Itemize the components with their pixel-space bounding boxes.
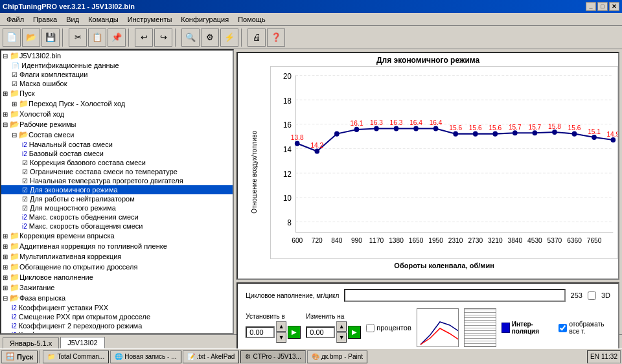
tree-item-rxh-coef[interactable]: i2 Коэффициент уставки РХХ — [1, 303, 233, 312]
taskbar: 🪟 Пуск 📁 Total Comman... 🌐 Новая запись … — [0, 348, 622, 364]
change-apply-btn[interactable]: ▶ — [348, 326, 361, 339]
svg-text:15.6: 15.6 — [469, 124, 482, 131]
toolbar-open[interactable]: 📂 — [22, 28, 40, 47]
file12-icon: i2 — [12, 332, 17, 335]
svg-text:720: 720 — [312, 237, 323, 244]
svg-text:16.3: 16.3 — [370, 119, 383, 126]
tree-item-ignition[interactable]: ⊞ 📁 Зажигание — [1, 282, 233, 293]
tree-item-label: Для мощностного режима — [30, 204, 116, 212]
tree-item-rxh-shift[interactable]: i2 Смещение РХХ при открытом дросселе — [1, 312, 233, 321]
tab-jan[interactable]: Январь-5.1.х — [3, 337, 59, 348]
taskbar-ctpro[interactable]: ⚙ CTPro - J5V13... — [240, 350, 305, 363]
notepad-icon: 📝 — [187, 353, 195, 360]
set-down-btn[interactable]: ▼ — [276, 332, 286, 343]
menu-help[interactable]: Помощь — [234, 14, 270, 25]
toolbar-search[interactable]: 🔍 — [181, 28, 200, 47]
folder-icon: 📁 — [19, 99, 29, 108]
toolbar-copy[interactable]: 📋 — [88, 28, 106, 47]
stripe-pattern — [464, 308, 496, 347]
toolbar-save[interactable]: 💾 — [41, 28, 60, 47]
tree-item-add-corr[interactable]: ⊞ 📁 Аддитивная коррекция по топливной пл… — [1, 241, 233, 251]
minimize-button[interactable]: _ — [586, 2, 596, 11]
taskbar-paint[interactable]: 🎨 дк.bmp - Paint — [307, 350, 367, 363]
main-container: ⊟ 📁 J5V13I02.bin 📄 Идентификационные дан… — [0, 49, 622, 334]
tree-item-eco[interactable]: ☑ Для экономичного режима — [1, 185, 233, 194]
taskbar-new-record[interactable]: 🌐 Новая запись - ... — [110, 350, 181, 363]
tree-item-cyclic[interactable]: ⊞ 📁 Цикловое наполнение — [1, 272, 233, 282]
cycle-input[interactable] — [344, 289, 565, 302]
set-input-row: ▲ ▼ ▶ — [246, 321, 301, 343]
taskbar-akelpad[interactable]: 📝 .txt - AkelPad — [183, 350, 240, 363]
maximize-button[interactable]: □ — [597, 2, 608, 11]
window-title: ChipTuningPRO ver.3.21 - J5V13I02.bin — [3, 3, 135, 10]
menu-tools[interactable]: Инструменты — [124, 14, 176, 25]
tree-item-inj-corr[interactable]: ⊞ 📁 Коррекция времени впрыска — [1, 231, 233, 241]
tree-item-label: Холостой ход — [19, 110, 64, 118]
tree-item-throttle[interactable]: ⊞ 📁 Обогащение по открытию дросселя — [1, 262, 233, 272]
toolbar-print[interactable]: 🖨 — [248, 28, 266, 47]
file12-icon: i2 — [22, 150, 27, 157]
tree-item-lean-speed[interactable]: i2 Макс. скорость обеднения смеси — [1, 212, 233, 222]
tree-item-base-mix[interactable]: i2 Базовый состав смеси — [1, 149, 233, 158]
set-value-input[interactable] — [246, 326, 275, 338]
set-apply-btn[interactable]: ▶ — [288, 326, 301, 339]
toolbar-settings[interactable]: ⚙ — [201, 28, 219, 47]
toolbar: 📄 📂 💾 ✂ 📋 📌 ↩ ↪ 🔍 ⚙ ⚡ 🖨 ❓ — [0, 26, 622, 49]
toolbar-new[interactable]: 📄 — [3, 28, 21, 47]
tree-item-idle[interactable]: ⊞ 📁 Холостой ход — [1, 109, 233, 119]
start-button[interactable]: 🪟 Пуск — [1, 350, 38, 363]
tree-item-flags[interactable]: ☑ Флаги комплектации — [1, 70, 233, 79]
toolbar-redo[interactable]: ↪ — [154, 28, 172, 47]
menu-config[interactable]: Конфигурация — [177, 14, 233, 25]
change-down-btn[interactable]: ▼ — [336, 332, 347, 343]
tree-panel[interactable]: ⊟ 📁 J5V13I02.bin 📄 Идентификационные дан… — [0, 49, 234, 334]
title-bar: ChipTuningPRO ver.3.21 - J5V13I02.bin _ … — [0, 0, 622, 13]
set-group: Установить в ▲ ▼ ▶ — [246, 313, 301, 343]
toolbar-cut[interactable]: ✂ — [69, 28, 87, 47]
tree-item-corr-mix[interactable]: ☑ Коррекция базового состава смеси — [1, 158, 233, 167]
tree-item-mixture[interactable]: ⊟ 📂 Состав смеси — [1, 130, 233, 140]
minus-icon: ⊟ — [12, 131, 17, 139]
tree-item-mult-corr[interactable]: ⊞ 📁 Мультипликативная коррекция — [1, 251, 233, 262]
tree-item-power[interactable]: ☑ Для мощностного режима — [1, 203, 233, 212]
tree-item-inject-phase[interactable]: ⊟ 📂 Фаза впрыска — [1, 293, 233, 303]
taskbar-total-cmd[interactable]: 📁 Total Comman... — [43, 350, 109, 363]
toolbar-flash[interactable]: ⚡ — [220, 28, 238, 47]
tree-item-label: Коэффициент уставки РХХ — [19, 304, 108, 312]
total-cmd-icon: 📁 — [47, 353, 55, 360]
tree-root[interactable]: ⊟ 📁 J5V13I02.bin — [1, 51, 233, 61]
tree-item-coef-more[interactable]: i2 Коэф... — [1, 330, 233, 334]
tree-item-neutral[interactable]: ☑ Для работы с нейтрализатором — [1, 194, 233, 203]
change-up-btn[interactable]: ▲ — [336, 321, 347, 332]
tab-j5v[interactable]: J5V13I02 — [60, 337, 104, 348]
menu-view[interactable]: Вид — [62, 14, 83, 25]
toolbar-paste[interactable]: 📌 — [108, 28, 126, 47]
chart-y-label: Отношение воздух/топливо — [251, 131, 258, 214]
tree-item-coef2[interactable]: i2 Коэффициент 2 переходного режима — [1, 321, 233, 330]
checkbox-3d[interactable] — [588, 291, 596, 300]
display-all-checkbox[interactable] — [559, 324, 567, 332]
menu-file[interactable]: Файл — [3, 14, 28, 25]
menu-commands[interactable]: Команды — [84, 14, 122, 25]
tree-item-mask[interactable]: ☑ Маска ошибок — [1, 79, 233, 88]
change-value-input[interactable] — [306, 326, 335, 338]
svg-text:15.6: 15.6 — [568, 124, 581, 131]
tree-item-work[interactable]: ⊟ 📂 Рабочие режимы — [1, 119, 233, 130]
tree-item-init-temp[interactable]: ☑ Начальная температура прогретого двига… — [1, 176, 233, 185]
tree-item-limit-mix[interactable]: ☑ Ограничение состава смеси по температу… — [1, 167, 233, 176]
percent-checkbox[interactable] — [366, 324, 374, 332]
tree-item-label: Базовый состав смеси — [29, 150, 104, 157]
toolbar-undo[interactable]: ↩ — [135, 28, 153, 47]
tree-item-start[interactable]: ⊞ 📁 Пуск — [1, 88, 233, 98]
title-buttons: _ □ ✕ — [586, 2, 619, 11]
close-button[interactable]: ✕ — [609, 2, 619, 11]
tree-item-rich-speed[interactable]: i2 Макс. скорость обогащения смеси — [1, 222, 233, 231]
tree-item-ident[interactable]: 📄 Идентификационные данные — [1, 61, 233, 70]
tree-item-init-mix[interactable]: i2 Начальный состав смеси — [1, 140, 233, 149]
menu-edit[interactable]: Правка — [29, 14, 61, 25]
tree-item-transition[interactable]: ⊞ 📁 Переход Пуск - Холостой ход — [1, 98, 233, 109]
set-up-btn[interactable]: ▲ — [276, 321, 286, 332]
folder-icon: 📁 — [10, 231, 19, 240]
toolbar-help[interactable]: ❓ — [267, 28, 285, 47]
tree-item-label: Коэффициент 2 переходного режима — [19, 322, 142, 330]
